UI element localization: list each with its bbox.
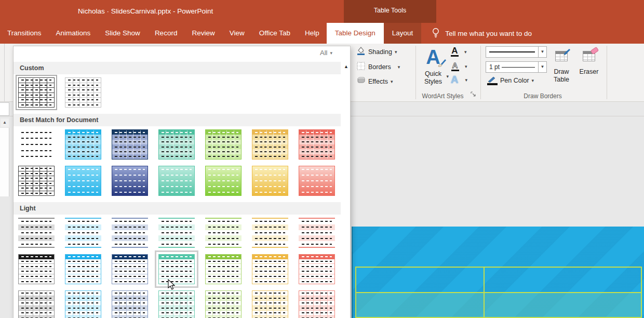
table-style-light1-gray[interactable]	[18, 218, 55, 248]
slide-table[interactable]	[355, 267, 642, 318]
text-effects-icon: A	[451, 76, 458, 84]
text-outline-button[interactable]: A ▾	[451, 61, 467, 71]
brush-icon	[437, 58, 447, 68]
table-style-grid-dark[interactable]	[18, 166, 55, 196]
table-style-light1-cyan[interactable]	[65, 218, 101, 248]
table-style-banded-coral[interactable]	[299, 129, 335, 160]
table-style-light2-cyan[interactable]	[65, 254, 101, 284]
table-style-grid-silver[interactable]	[65, 77, 101, 108]
pen-color-button[interactable]: Pen Color ▾	[487, 76, 534, 85]
tab-office-tab[interactable]: Office Tab	[252, 23, 298, 44]
table-style-light1-coral[interactable]	[299, 218, 335, 248]
table-style-light2-gray[interactable]	[18, 254, 55, 284]
table-style-light3-green[interactable]	[205, 290, 242, 318]
text-fill-icon: A	[451, 47, 459, 57]
pen-weight-dropdown-arrow[interactable]: ▼	[539, 61, 547, 73]
table-row-highlighted[interactable]	[356, 293, 641, 318]
table-style-grid-dark[interactable]	[18, 77, 55, 108]
table-style-solid-navy[interactable]	[112, 166, 148, 196]
wordart-dialog-launcher-icon[interactable]	[471, 90, 476, 99]
table-style-light3-gold[interactable]	[252, 290, 288, 318]
table-style-light2-gold[interactable]	[252, 254, 288, 284]
tell-me-box[interactable]: Tell me what you want to do	[432, 23, 532, 44]
table-cell[interactable]	[485, 268, 641, 292]
table-style-solid-green[interactable]	[205, 166, 242, 196]
table-style-light2-green[interactable]	[205, 254, 242, 284]
ribbon-left-edge	[4, 44, 5, 101]
table-style-banded-mint[interactable]	[158, 129, 195, 160]
tab-transitions[interactable]: Transitions	[0, 23, 49, 44]
contextual-tab-group-label: Table Tools	[344, 0, 436, 23]
table-style-banded-navy[interactable]	[112, 129, 148, 160]
gallery-section-header: Light	[14, 202, 341, 215]
table-style-light2-mint[interactable]	[158, 254, 195, 284]
line-style-sample	[489, 51, 535, 52]
mouse-cursor	[168, 279, 176, 293]
gallery-scroll-up-icon[interactable]: ▲	[344, 64, 348, 69]
gallery-row	[14, 129, 341, 160]
tab-record[interactable]: Record	[147, 23, 185, 44]
tab-animations[interactable]: Animations	[49, 23, 98, 44]
table-style-solid-mint[interactable]	[158, 166, 195, 196]
tab-help[interactable]: Help	[298, 23, 327, 44]
table-style-light1-green[interactable]	[205, 218, 242, 248]
table-row[interactable]	[356, 268, 641, 293]
tab-slide-show[interactable]: Slide Show	[98, 23, 147, 44]
table-cell[interactable]	[485, 293, 641, 317]
style-gallery-body: CustomBest Match for DocumentLight	[14, 62, 341, 318]
eraser-icon	[583, 51, 595, 61]
scroll-up-icon[interactable]: ▲	[1, 118, 9, 127]
table-style-solid-gold[interactable]	[252, 166, 288, 196]
table-style-banded-cyan[interactable]	[65, 129, 101, 160]
eraser-button[interactable]: Eraser	[576, 46, 601, 90]
pen-color-icon	[487, 76, 498, 85]
table-style-light3-cyan[interactable]	[65, 290, 101, 318]
tab-layout[interactable]: Layout	[384, 23, 422, 44]
shading-button[interactable]: Shading ▾	[356, 46, 397, 57]
effects-button[interactable]: Effects ▾	[356, 76, 393, 86]
text-fill-button[interactable]: A ▾	[451, 47, 467, 57]
text-effects-button[interactable]: A ▾	[451, 76, 467, 84]
tab-table-design[interactable]: Table Design	[327, 23, 384, 44]
table-style-light3-gray[interactable]	[18, 290, 55, 318]
table-style-banded-gold[interactable]	[252, 129, 288, 160]
draw-borders-group-label: Draw Borders	[512, 92, 574, 100]
table-style-light1-mint[interactable]	[158, 218, 195, 248]
pen-style-dropdown-arrow[interactable]: ▼	[539, 46, 547, 58]
powerpoint-window: Nicholas · SlidesCarnival.pptx - PowerPo…	[0, 0, 644, 318]
pen-style-dropdown[interactable]	[486, 46, 539, 58]
table-style-light2-navy[interactable]	[112, 254, 148, 284]
tab-view[interactable]: View	[222, 23, 252, 44]
table-style-light1-navy[interactable]	[112, 218, 148, 248]
table-style-plain[interactable]	[18, 129, 55, 160]
table-style-light1-gold[interactable]	[252, 218, 288, 248]
table-style-light3-coral[interactable]	[299, 290, 335, 318]
gallery-filter-dropdown[interactable]: All ▾	[320, 49, 332, 57]
table-style-solid-cyan[interactable]	[65, 166, 101, 196]
quick-styles-button[interactable]: A Quick Styles ▾	[420, 46, 447, 90]
chevron-down-icon: ▾	[330, 50, 332, 56]
borders-button[interactable]: Borders ▾	[356, 61, 400, 72]
group-divider	[415, 46, 416, 99]
gallery-row	[14, 290, 341, 318]
table-style-light3-mint[interactable]	[158, 290, 195, 318]
tab-review[interactable]: Review	[184, 23, 222, 44]
left-scrollbar-track[interactable]	[0, 128, 9, 196]
table-style-light2-coral[interactable]	[299, 254, 335, 284]
table-style-banded-green[interactable]	[205, 129, 242, 160]
table-cell[interactable]	[356, 293, 485, 317]
gallery-scrollbar[interactable]: ▲	[341, 46, 350, 318]
wordart-styles-group-label: WordArt Styles	[415, 92, 470, 100]
pen-weight-dropdown[interactable]: 1 pt	[486, 61, 539, 73]
table-style-light3-navy[interactable]	[112, 290, 148, 318]
chevron-down-icon: ▾	[465, 64, 467, 69]
slide-canvas[interactable]: Your Intriguing Title	[352, 227, 644, 318]
gallery-section-header: Custom	[14, 62, 341, 74]
draw-table-button[interactable]: Draw Table	[549, 46, 574, 90]
text-outline-icon: A	[451, 61, 459, 71]
chevron-down-icon: ▾	[398, 64, 400, 70]
table-cell[interactable]	[356, 268, 485, 292]
chevron-down-icon: ▾	[391, 79, 393, 84]
group-divider	[607, 46, 607, 99]
table-style-solid-coral[interactable]	[299, 166, 335, 196]
